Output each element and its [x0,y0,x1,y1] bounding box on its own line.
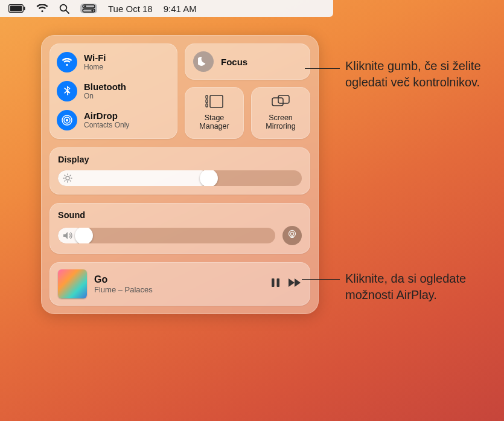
svg-line-23 [65,175,65,176]
pause-button[interactable] [271,278,280,290]
svg-line-25 [65,181,65,181]
stage-manager-icon [205,95,223,111]
svg-rect-2 [24,7,25,10]
moon-icon [193,51,214,72]
bluetooth-status: On [84,92,126,101]
menubar-time[interactable]: 9:41 AM [164,4,197,14]
sound-slider[interactable] [58,228,275,243]
callout-line [302,279,340,280]
focus-label: Focus [221,57,247,67]
svg-point-6 [84,5,86,7]
svg-rect-1 [10,6,22,11]
wifi-toggle[interactable]: Wi-Fi Home [57,50,170,75]
brightness-icon [63,173,72,183]
svg-rect-15 [210,95,223,108]
svg-rect-16 [272,98,283,106]
now-playing-module[interactable]: Go Flume – Palaces [49,262,310,306]
svg-line-24 [70,181,71,181]
svg-point-28 [290,232,293,235]
wifi-status: Home [84,63,106,72]
airplay-audio-button[interactable] [282,226,302,245]
stage-manager-label: Stage Manager [199,114,229,131]
bluetooth-label: Bluetooth [84,82,126,92]
control-center-menubar-icon[interactable] [80,4,97,13]
bluetooth-icon [57,81,77,101]
sound-module: Sound [49,203,310,254]
connectivity-tile: Wi-Fi Home Bluetooth On AirDrop [49,43,177,139]
battery-icon[interactable] [8,4,25,13]
display-module: Display [49,147,310,194]
display-label: Display [58,155,302,164]
menubar-date[interactable]: Tue Oct 18 [108,4,153,14]
track-title: Go [94,274,264,285]
svg-point-8 [91,10,93,11]
svg-rect-30 [277,278,280,287]
sound-label: Sound [58,210,302,220]
wifi-menubar-icon[interactable] [36,4,48,13]
airdrop-toggle[interactable]: AirDrop Contacts Only [57,108,170,133]
screen-mirroring-button[interactable]: Screen Mirroring [251,87,310,139]
airplay-icon [287,229,298,242]
svg-rect-29 [272,278,275,287]
stage-manager-button[interactable]: Stage Manager [185,87,244,139]
bluetooth-toggle[interactable]: Bluetooth On [57,79,170,104]
callout-airplay: Kliknite, da si ogledate možnosti AirPla… [345,271,496,303]
track-subtitle: Flume – Palaces [94,285,264,294]
svg-rect-17 [278,95,289,103]
display-slider[interactable] [58,170,302,186]
screen-mirroring-icon [272,95,290,111]
svg-line-26 [70,175,71,176]
menubar: Tue Oct 18 9:41 AM [0,0,333,17]
svg-point-9 [66,119,68,121]
screen-mirroring-label: Screen Mirroring [266,114,295,131]
svg-point-18 [66,176,69,180]
spotlight-icon[interactable] [59,4,69,14]
svg-rect-12 [206,95,208,98]
control-center-panel: Wi-Fi Home Bluetooth On AirDrop [41,35,319,314]
callout-line [305,68,340,69]
callout-focus: Kliknite gumb, če si želite ogledati več… [345,58,496,91]
airdrop-status: Contacts Only [84,121,129,130]
svg-line-4 [66,10,69,13]
next-track-button[interactable] [289,278,302,289]
svg-rect-14 [206,104,208,107]
wifi-icon [57,52,77,72]
svg-rect-13 [206,100,208,103]
volume-icon [63,231,74,240]
wifi-label: Wi-Fi [84,53,106,63]
airdrop-icon [57,110,77,130]
album-art [58,269,87,298]
focus-button[interactable]: Focus [185,43,310,80]
airdrop-label: AirDrop [84,111,129,121]
